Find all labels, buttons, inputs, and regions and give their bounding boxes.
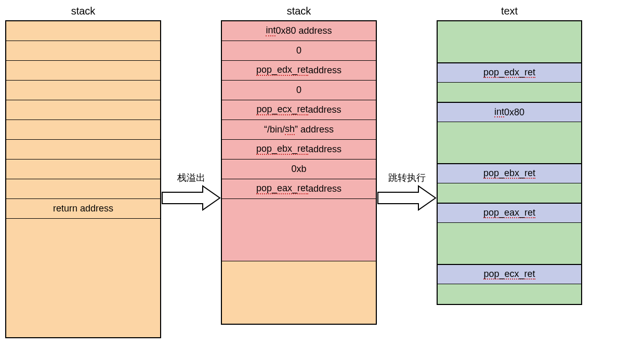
stack-after-row-4: pop_ecx_ret address <box>222 100 376 120</box>
stack-after-row-5: “/bin/sh” address <box>222 120 376 140</box>
stack-before-row-2 <box>6 61 160 81</box>
arrow2-container: 跳转执行 <box>377 5 437 211</box>
stack-before-row-9: return address <box>6 199 160 219</box>
stack-before-row-7 <box>6 160 160 179</box>
stack-before-row-8 <box>6 179 160 199</box>
stack-before-row-5 <box>6 120 160 140</box>
text-segment-row-5: pop_ebx_ret <box>438 164 581 183</box>
stack-after-row-2: pop_edx_ret address <box>222 61 376 81</box>
stack-after-column: stack int 0x80 address0pop_edx_ret addre… <box>221 5 377 325</box>
stack-before-row-4 <box>6 100 160 120</box>
stack-after-box: int 0x80 address0pop_edx_ret address0pop… <box>221 20 377 325</box>
text-segment-box: pop_edx_retint 0x80pop_ebx_retpop_eax_re… <box>437 20 582 305</box>
stack-before-row-6 <box>6 140 160 160</box>
text-segment-row-8 <box>438 223 581 264</box>
svg-marker-0 <box>162 186 220 210</box>
arrow2-label: 跳转执行 <box>388 171 426 184</box>
arrow1-label: 栈溢出 <box>177 171 205 184</box>
text-segment-row-10 <box>438 284 581 304</box>
stack-before-row-0 <box>6 21 160 41</box>
text-segment-row-1: pop_edx_ret <box>438 63 581 83</box>
stack-after-row-0: int 0x80 address <box>222 21 376 41</box>
column3-title: text <box>437 5 582 17</box>
stack-before-column: stack return address <box>5 5 161 338</box>
stack-before-box: return address <box>5 20 161 338</box>
stack-after-row-6: pop_ebx_ret address <box>222 140 376 160</box>
text-segment-row-3: int 0x80 <box>438 102 581 122</box>
stack-after-row-8: pop_eax_ret address <box>222 179 376 199</box>
stack-after-row-1: 0 <box>222 41 376 61</box>
text-segment-row-0 <box>438 21 581 63</box>
text-segment-row-4 <box>438 122 581 164</box>
column2-title: stack <box>221 5 377 17</box>
stack-before-row-10 <box>6 219 160 337</box>
stack-before-row-3 <box>6 81 160 100</box>
column1-title: stack <box>5 5 161 17</box>
stack-after-row-3: 0 <box>222 81 376 100</box>
svg-marker-1 <box>378 186 436 210</box>
text-segment-row-2 <box>438 83 581 102</box>
arrow-icon <box>377 185 437 211</box>
arrow1-container: 栈溢出 <box>161 5 221 211</box>
stack-after-row-7: 0xb <box>222 160 376 179</box>
text-segment-row-7: pop_eax_ret <box>438 203 581 223</box>
arrow-icon <box>161 185 221 211</box>
stack-after-row-9 <box>222 199 376 261</box>
text-segment-column: text pop_edx_retint 0x80pop_ebx_retpop_e… <box>437 5 582 305</box>
diagram-container: stack return address 栈溢出 stack int 0x80 … <box>5 5 639 338</box>
text-segment-row-9: pop_ecx_ret <box>438 264 581 284</box>
stack-before-row-1 <box>6 41 160 61</box>
stack-after-row-10 <box>222 261 376 324</box>
text-segment-row-6 <box>438 183 581 203</box>
